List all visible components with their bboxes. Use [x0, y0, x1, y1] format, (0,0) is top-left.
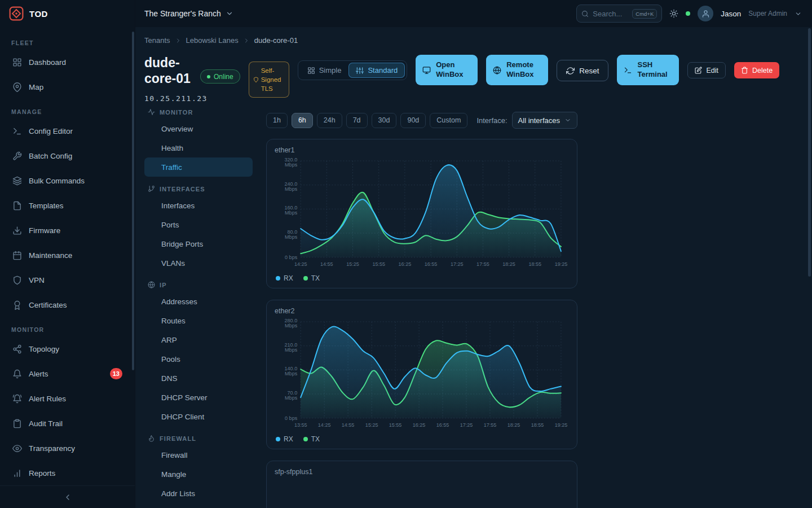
subnav-item-mangle[interactable]: Mangle — [144, 465, 253, 484]
svg-text:17:25: 17:25 — [451, 261, 464, 267]
svg-text:15:55: 15:55 — [372, 261, 385, 267]
legend-rx-label: RX — [284, 435, 293, 443]
sidebar-item-reports[interactable]: Reports — [7, 462, 128, 484]
theme-toggle-sun-icon[interactable] — [669, 9, 678, 18]
sidebar-item-firmware[interactable]: Firmware — [7, 219, 128, 242]
subnav-item-traffic[interactable]: Traffic — [144, 157, 253, 177]
range-24h[interactable]: 24h — [317, 113, 342, 128]
svg-text:15:55: 15:55 — [389, 422, 402, 428]
range-90d[interactable]: 90d — [400, 113, 426, 128]
sidebar-item-transparency[interactable]: Transparency — [7, 437, 128, 459]
legend-rx[interactable]: RX — [276, 274, 293, 282]
online-dot-icon — [207, 75, 210, 78]
main-row: MONITOR Overview Health Traffic INTERFAC… — [144, 108, 803, 508]
open-winbox-button[interactable]: Open WinBox — [416, 55, 478, 85]
chart-title: sfp-sfpplus1 — [275, 468, 569, 476]
subnav-item-addr-lists[interactable]: Addr Lists — [144, 484, 253, 503]
traffic-chart-card-sfp: sfp-sfpplus1 — [266, 461, 577, 508]
interface-select[interactable]: All interfaces — [512, 112, 577, 129]
range-30d[interactable]: 30d — [372, 113, 397, 128]
section-label-monitor: MONITOR — [11, 326, 123, 333]
breadcrumb-tenants[interactable]: Tenants — [144, 36, 170, 45]
subnav-item-dhcp-server[interactable]: DHCP Server — [144, 388, 253, 407]
sidebar-item-alerts[interactable]: Alerts 13 — [7, 362, 128, 385]
sidebar-nav: FLEET Dashboard Map MANAGE Config Editor… — [0, 27, 135, 485]
edit-button[interactable]: Edit — [687, 62, 726, 78]
eye-icon — [12, 444, 22, 453]
legend-tx[interactable]: TX — [303, 435, 320, 443]
sidebar-scrollbar[interactable] — [132, 32, 134, 370]
user-icon — [701, 10, 710, 18]
svg-text:18:55: 18:55 — [531, 422, 544, 428]
ssh-terminal-button[interactable]: SSH Terminal — [617, 55, 679, 85]
range-custom[interactable]: Custom — [430, 113, 467, 128]
breadcrumb-tenant-name[interactable]: Lebowski Lanes — [186, 36, 239, 45]
sidebar-item-maintenance[interactable]: Maintenance — [7, 244, 128, 266]
subnav-item-overview[interactable]: Overview — [144, 119, 253, 138]
sidebar: TOD FLEET Dashboard Map MANAGE Config Ed… — [0, 0, 135, 508]
rx-dot-icon — [276, 437, 280, 441]
tenant-selector[interactable]: The Stranger's Ranch — [144, 9, 233, 18]
sidebar-item-bulk-commands[interactable]: Bulk Commands — [7, 169, 128, 192]
file-icon — [12, 201, 22, 211]
reset-button[interactable]: Reset — [557, 60, 608, 81]
sidebar-item-label: Firmware — [29, 226, 60, 235]
range-1h[interactable]: 1h — [266, 113, 288, 128]
tenant-name: The Stranger's Ranch — [144, 9, 221, 18]
breadcrumb: Tenants Lebowski Lanes dude-core-01 — [144, 36, 803, 45]
layers-icon — [12, 176, 22, 186]
sidebar-item-dashboard[interactable]: Dashboard — [7, 51, 128, 73]
sidebar-item-label: Transparency — [29, 444, 75, 453]
subnav-item-interfaces[interactable]: Interfaces — [144, 196, 253, 215]
subnav-item-ports[interactable]: Ports — [144, 215, 253, 234]
remote-winbox-button[interactable]: Remote WinBox — [486, 55, 548, 85]
avatar[interactable] — [698, 6, 713, 21]
section-label-fleet: FLEET — [11, 40, 123, 46]
legend-rx[interactable]: RX — [276, 435, 293, 443]
sidebar-item-templates[interactable]: Templates — [7, 194, 128, 217]
page-scrollbar[interactable] — [808, 28, 811, 277]
sidebar-item-certificates[interactable]: Certificates — [7, 294, 128, 316]
user-menu-chevron-icon[interactable] — [795, 10, 802, 17]
sidebar-item-alert-rules[interactable]: Alert Rules — [7, 387, 128, 410]
subnav-item-dhcp-client[interactable]: DHCP Client — [144, 407, 253, 426]
svg-text:16:25: 16:25 — [399, 261, 412, 267]
subnav-section-monitor: MONITOR — [148, 108, 253, 116]
range-6h[interactable]: 6h — [292, 113, 313, 128]
sidebar-item-batch-config[interactable]: Batch Config — [7, 144, 128, 167]
subnav-item-bridge-ports[interactable]: Bridge Ports — [144, 234, 253, 253]
sidebar-item-audit-trail[interactable]: Audit Trail — [7, 412, 128, 435]
app-title: TOD — [29, 9, 48, 19]
subnav-item-health[interactable]: Health — [144, 138, 253, 157]
sidebar-item-topology[interactable]: Topology — [7, 338, 128, 360]
subnav-item-vlans[interactable]: VLANs — [144, 253, 253, 273]
range-7d[interactable]: 7d — [346, 113, 368, 128]
subnav-item-pools[interactable]: Pools — [144, 349, 253, 369]
map-pin-icon — [12, 82, 22, 92]
delete-button[interactable]: Delete — [734, 62, 779, 78]
legend-tx[interactable]: TX — [303, 274, 320, 282]
sidebar-collapse-button[interactable] — [0, 485, 135, 508]
tx-dot-icon — [303, 276, 308, 281]
sidebar-item-vpn[interactable]: VPN — [7, 269, 128, 291]
sidebar-item-map[interactable]: Map — [7, 76, 128, 98]
view-mode-simple[interactable]: Simple — [300, 63, 349, 78]
sidebar-item-label: Map — [29, 83, 43, 91]
legend-tx-label: TX — [311, 435, 320, 443]
topbar: The Stranger's Ranch Search... Cmd+K Jas… — [135, 0, 812, 27]
subnav-item-addresses[interactable]: Addresses — [144, 292, 253, 311]
terminal-icon — [624, 66, 632, 75]
svg-text:15:25: 15:25 — [346, 261, 359, 267]
clipboard-icon — [12, 419, 22, 428]
search-input[interactable]: Search... Cmd+K — [576, 5, 662, 23]
grid-icon — [12, 58, 22, 67]
refresh-icon — [566, 67, 575, 75]
sidebar-item-config-editor[interactable]: Config Editor — [7, 120, 128, 142]
chart-legend: RX TX — [275, 274, 569, 282]
subnav-item-routes[interactable]: Routes — [144, 311, 253, 330]
subnav-item-dns[interactable]: DNS — [144, 369, 253, 388]
subnav-item-firewall[interactable]: Firewall — [144, 445, 253, 465]
device-subnav: MONITOR Overview Health Traffic INTERFAC… — [144, 108, 253, 503]
subnav-item-arp[interactable]: ARP — [144, 330, 253, 349]
view-mode-standard[interactable]: Standard — [348, 63, 405, 78]
